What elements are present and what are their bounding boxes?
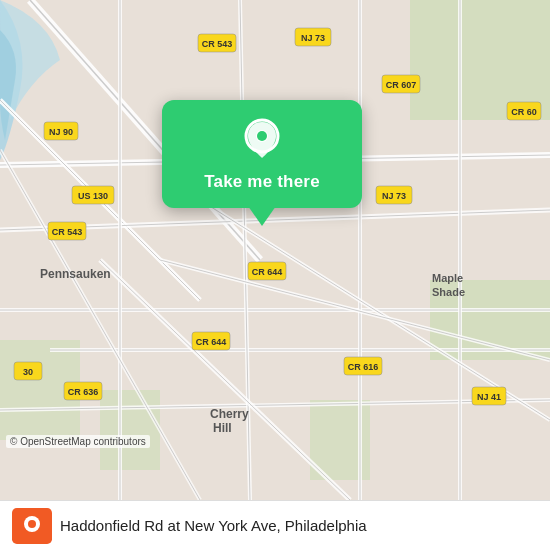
popup-label: Take me there [204, 172, 320, 192]
svg-rect-4 [100, 390, 160, 470]
svg-text:CR 543: CR 543 [202, 39, 233, 49]
svg-text:CR 60: CR 60 [511, 107, 537, 117]
svg-text:US 130: US 130 [78, 191, 108, 201]
svg-text:CR 636: CR 636 [68, 387, 99, 397]
svg-text:NJ 73: NJ 73 [382, 191, 406, 201]
map-popup[interactable]: Take me there [162, 100, 362, 208]
map-attribution: © OpenStreetMap contributors [6, 435, 150, 448]
location-pin-icon [240, 118, 284, 162]
svg-point-72 [257, 131, 267, 141]
svg-text:CR 616: CR 616 [348, 362, 379, 372]
svg-text:Pennsauken: Pennsauken [40, 267, 111, 281]
svg-text:Cherry: Cherry [210, 407, 249, 421]
svg-point-75 [28, 520, 36, 528]
svg-text:Shade: Shade [432, 286, 465, 298]
bottom-bar: Haddonfield Rd at New York Ave, Philadel… [0, 500, 550, 550]
moovit-logo-icon [12, 508, 52, 544]
svg-text:CR 644: CR 644 [252, 267, 283, 277]
svg-text:NJ 73: NJ 73 [301, 33, 325, 43]
svg-text:NJ 41: NJ 41 [477, 392, 501, 402]
svg-text:Hill: Hill [213, 421, 232, 435]
svg-text:30: 30 [23, 367, 33, 377]
svg-text:CR 644: CR 644 [196, 337, 227, 347]
map-container: NJ 73 CR 543 CR 607 CR 60 NJ 90 US 130 N… [0, 0, 550, 500]
map-background: NJ 73 CR 543 CR 607 CR 60 NJ 90 US 130 N… [0, 0, 550, 500]
svg-text:CR 607: CR 607 [386, 80, 417, 90]
svg-text:NJ 90: NJ 90 [49, 127, 73, 137]
svg-text:CR 543: CR 543 [52, 227, 83, 237]
svg-text:Maple: Maple [432, 272, 463, 284]
stop-name: Haddonfield Rd at New York Ave, Philadel… [60, 517, 538, 534]
